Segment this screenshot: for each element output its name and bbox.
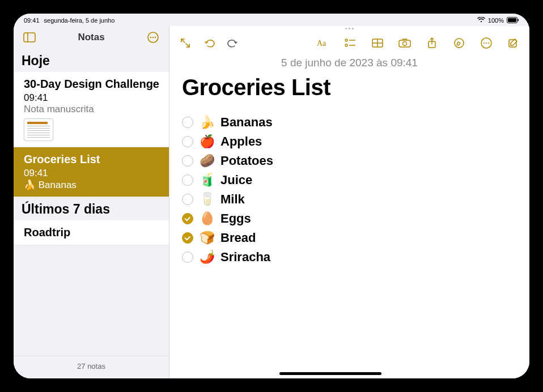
svg-point-10 [345,39,347,41]
sidebar-more-button[interactable] [145,29,161,45]
svg-point-21 [455,39,464,48]
svg-point-6 [150,37,151,38]
share-button[interactable] [424,35,440,51]
checklist: 🍌Bananas 🍎Apples 🥔Potatoes 🧃Juice 🥛Milk … [182,115,517,265]
note-item-groceries[interactable]: Groceries List 09:41 🍌 Bananas [14,147,169,197]
note-item-title: 30-Day Design Challenge [24,78,161,91]
checkbox-icon[interactable] [182,136,193,147]
status-date: segunda-feira, 5 de junho [44,17,115,24]
checklist-item[interactable]: 🥛Milk [182,192,517,207]
camera-button[interactable] [397,35,413,51]
checkbox-icon[interactable] [182,194,193,205]
sidebar-toggle-button[interactable] [22,29,37,45]
note-title: Groceries List [182,75,517,100]
note-item-subtitle: Nota manuscrita [24,104,161,115]
svg-text:Aa: Aa [317,39,326,48]
note-thumbnail [24,118,53,141]
item-text: Potatoes [220,154,273,168]
fullscreen-button[interactable] [177,35,193,51]
note-item-title: Roadtrip [24,226,161,239]
multitask-handle[interactable] [169,26,529,32]
markup-button[interactable] [451,35,467,51]
checkbox-icon[interactable] [182,252,193,263]
checklist-item[interactable]: 🍞Bread [182,231,517,245]
checkbox-icon[interactable] [182,117,193,128]
note-item-title: Groceries List [24,153,161,166]
checkbox-icon[interactable] [182,232,193,244]
item-text: Bread [220,231,256,245]
ipad-frame: 09:41 segunda-feira, 5 de junho 100% [0,0,543,392]
svg-point-12 [345,44,347,46]
sidebar: Notas Hoje 30-Day Design Challenge 09:41… [14,26,169,378]
battery-icon [507,17,519,24]
note-item-time: 09:41 [24,168,161,179]
note-date: 5 de junho de 2023 às 09:41 [182,57,517,69]
svg-point-7 [152,37,154,38]
status-time: 09:41 [24,17,40,24]
item-emoji: 🥚 [199,211,215,226]
svg-point-18 [403,42,407,46]
notes-list[interactable]: Hoje 30-Day Design Challenge 09:41 Nota … [14,49,169,356]
section-header-today: Hoje [14,49,169,72]
screen: 09:41 segunda-feira, 5 de junho 100% [14,14,529,378]
battery-text: 100% [488,17,504,24]
redo-button[interactable] [225,35,241,51]
checklist-button[interactable] [342,35,358,51]
item-emoji: 🍎 [199,134,215,149]
svg-point-24 [486,42,487,44]
checklist-item[interactable]: 🍎Apples [182,134,517,149]
item-emoji: 🥔 [199,154,215,168]
more-button[interactable] [478,35,494,51]
svg-point-8 [155,37,156,38]
section-header-last7days: Últimos 7 dias [14,197,169,220]
checkbox-icon[interactable] [182,174,193,186]
undo-button[interactable] [201,35,217,51]
item-text: Eggs [220,211,251,226]
table-button[interactable] [370,35,385,51]
checkbox-icon[interactable] [182,155,193,167]
sidebar-title: Notas [37,32,145,43]
editor-toolbar: Aa [169,32,529,54]
note-item-time: 09:41 [24,92,161,104]
item-emoji: 🧃 [199,173,215,188]
format-button[interactable]: Aa [315,35,331,51]
svg-point-23 [483,42,485,44]
svg-point-25 [488,42,489,44]
checklist-item[interactable]: 🥔Potatoes [182,154,517,168]
wifi-icon [477,17,485,24]
svg-rect-1 [508,18,516,22]
app-container: Notas Hoje 30-Day Design Challenge 09:41… [14,26,529,378]
compose-button[interactable] [506,35,521,51]
sidebar-footer-count: 27 notas [14,356,169,378]
note-content[interactable]: 5 de junho de 2023 às 09:41 Groceries Li… [169,54,529,378]
home-indicator[interactable] [279,372,381,375]
sidebar-toolbar: Notas [14,26,169,49]
item-text: Apples [220,134,262,149]
item-emoji: 🥛 [199,192,215,207]
item-emoji: 🌶️ [199,250,215,265]
item-emoji: 🍞 [199,231,215,245]
item-text: Bananas [220,115,273,130]
item-text: Juice [220,173,252,188]
checklist-item[interactable]: 🧃Juice [182,173,517,188]
editor: Aa [169,26,529,378]
checkbox-icon[interactable] [182,213,193,224]
item-text: Sriracha [220,250,270,265]
note-item-roadtrip[interactable]: Roadtrip [14,220,169,245]
svg-rect-3 [24,33,35,42]
svg-rect-2 [518,19,519,21]
checklist-item[interactable]: 🍌Bananas [182,115,517,130]
note-item-design-challenge[interactable]: 30-Day Design Challenge 09:41 Nota manus… [14,72,169,147]
item-emoji: 🍌 [199,115,215,130]
checklist-item[interactable]: 🌶️Sriracha [182,250,517,265]
checklist-item[interactable]: 🥚Eggs [182,211,517,226]
note-item-subtitle: 🍌 Bananas [24,179,161,191]
item-text: Milk [220,192,245,207]
status-bar: 09:41 segunda-feira, 5 de junho 100% [14,14,529,26]
